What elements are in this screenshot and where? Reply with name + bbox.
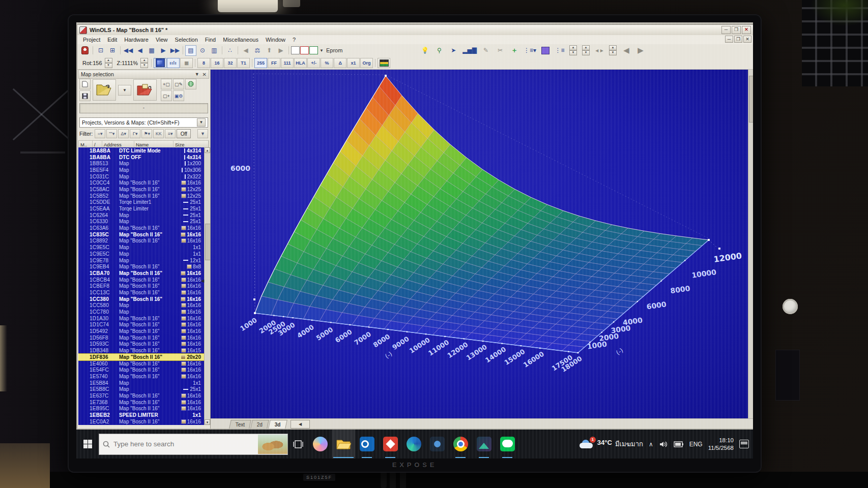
map-row-1BA8BA[interactable]: 1BA8BADTC OFF4x314	[78, 154, 209, 161]
value-button-1[interactable]: FF	[268, 58, 280, 68]
filter-kk-icon[interactable]: KK	[153, 129, 164, 138]
map-row-1EBEB2[interactable]: 1EBEB2SPEED LIMITER1x1	[78, 412, 209, 418]
split-window-icon[interactable]: ⊞	[107, 45, 118, 56]
map-row-1E7368[interactable]: 1E7368Map "Bosch II 16"16x16	[78, 399, 209, 406]
taskbar-app-chrome[interactable]	[449, 430, 472, 459]
rotation-spinner[interactable]: ▲▼	[105, 58, 112, 68]
menu-item[interactable]: Selection	[171, 36, 201, 43]
language-indicator[interactable]: ENG	[689, 441, 703, 448]
open-dropdown-icon[interactable]: ▼	[118, 85, 131, 96]
nav-first-icon[interactable]: ◀◀	[123, 45, 134, 56]
map-row-1C9E5C[interactable]: 1C9E5CMap1x1	[78, 251, 209, 257]
map-row-1C835C[interactable]: 1C835CMap "Bosch II 16"16x16	[78, 231, 209, 238]
map-row-1D56F8[interactable]: 1D56F8Map "Bosch II 16"16x16	[78, 334, 209, 341]
spinner-a[interactable]: ▲▼	[569, 45, 577, 55]
map-row-1C6264[interactable]: 1C6264Map25x1	[78, 212, 209, 219]
map-row-1C031C[interactable]: 1C031CMap2x322	[78, 173, 209, 180]
import-file-icon[interactable]	[133, 79, 157, 101]
taskbar-app-explorer[interactable]	[332, 430, 355, 459]
map-row-1CC580[interactable]: 1CC580Map16x16	[78, 302, 209, 309]
map-row-1CC380[interactable]: 1CC380Map "Bosch II 16"16x16	[78, 296, 209, 302]
menu-item[interactable]: Miscellaneous	[219, 36, 262, 43]
column-header[interactable]: Size	[173, 141, 209, 148]
weather-widget[interactable]: 1 34°C มีเมฆมาก	[578, 439, 643, 449]
map-row-1CBEF8[interactable]: 1CBEF8Map "Bosch II 16"16x16	[78, 283, 209, 289]
mdi-close-button[interactable]: ✕	[743, 36, 751, 43]
map-row-1E5740[interactable]: 1E5740Map "Bosch II 16"16x16	[78, 373, 209, 380]
panel-header[interactable]: Map selection ▼ ✕	[78, 70, 209, 79]
title-bar[interactable]: WinOLS - Map "Bosch II 16" * ─ ❐ ✕	[77, 25, 753, 36]
format-dropdown-icon[interactable]: ▼	[319, 45, 325, 56]
map-row-1CC13C[interactable]: 1CC13CMap "Bosch II 16"16x16	[78, 289, 209, 296]
online-search-icon[interactable]	[185, 79, 196, 89]
redo-icon[interactable]: ▶	[275, 45, 286, 56]
map-row-1EC0A2[interactable]: 1EC0A2Map "Bosch II 16"16x16	[78, 418, 209, 425]
open-project-icon[interactable]	[93, 79, 116, 101]
upload-icon[interactable]: ⬆	[264, 45, 275, 56]
map-row-1C6330[interactable]: 1C6330Map25x1	[78, 219, 209, 225]
map-row-1BE5F4[interactable]: 1BE5F4Map10x306	[78, 167, 209, 173]
chart-scrollbar[interactable]	[748, 70, 753, 418]
chart-icon[interactable]: ▂▅▇	[462, 45, 477, 56]
edit-map-icon[interactable]: ▢✎	[173, 79, 184, 89]
depth-button-T1[interactable]: T1	[237, 58, 250, 68]
view-table-icon[interactable]: ▦	[180, 58, 193, 68]
maximize-button[interactable]: ❐	[732, 26, 741, 34]
taskbar-app-winols[interactable]	[379, 430, 402, 459]
view-tab-2d[interactable]: 2d	[251, 420, 270, 429]
map-row-1CBA70[interactable]: 1CBA70Map "Bosch II 16"16x16	[78, 270, 209, 277]
spinner-b[interactable]: ▲▼	[582, 45, 590, 55]
tree-view-icon[interactable]: ▤	[185, 45, 196, 56]
nav-prev-icon[interactable]: ◀	[134, 45, 146, 56]
map-list[interactable]: 1BA8BADTC Limite Mode4x3141BA8BADTC OFF4…	[78, 147, 209, 425]
map-row-1E4060[interactable]: 1E4060Map "Bosch II 16"16x16	[78, 360, 209, 367]
column-header[interactable]: M..	[79, 141, 93, 148]
map-row-1BB513[interactable]: 1BB513Map1x200	[78, 160, 209, 167]
map-row-1D593C[interactable]: 1D593CMap "Bosch II 16"16x16	[78, 341, 209, 348]
filter-list-icon[interactable]: ≡▾	[165, 129, 176, 138]
depth-button-32[interactable]: 32	[224, 58, 237, 68]
cursor-icon[interactable]: ➤	[448, 45, 459, 56]
list-scrollbar[interactable]: ▲ ▼ ◀	[204, 147, 210, 425]
value-button-8[interactable]: Org	[360, 58, 373, 68]
map-row-1C63A6[interactable]: 1C63A6Map "Bosch II 16"16x16	[78, 225, 209, 231]
view-tab-Text[interactable]: Text	[229, 420, 251, 429]
taskbar-app-outlook[interactable]	[355, 430, 379, 459]
list-scroll-thumb[interactable]	[205, 224, 211, 260]
filter-axis-icon[interactable]: Γ▾	[130, 129, 140, 138]
menu-item[interactable]: View	[152, 36, 171, 43]
add-map-icon[interactable]: ＋	[509, 45, 520, 56]
taskbar-app-copilot[interactable]	[308, 430, 332, 459]
pin-icon[interactable]: ⚲	[433, 45, 445, 56]
clock[interactable]: 18:10 11/5/2568	[708, 437, 734, 451]
value-button-7[interactable]: x1	[347, 58, 360, 68]
tab-scroll-left-icon[interactable]: ◀	[291, 420, 310, 429]
preview-icon[interactable]: ⊙	[197, 45, 208, 56]
search-highlight-image[interactable]	[258, 435, 287, 454]
column-header[interactable]: Address	[102, 141, 134, 148]
volume-icon[interactable]	[659, 441, 668, 448]
map-row-1C8892[interactable]: 1C8892Map "Bosch II 16"16x16	[78, 238, 209, 245]
undo-icon[interactable]: ◀	[240, 45, 251, 56]
depth-button-16[interactable]: 16	[211, 58, 223, 68]
map-row-1D1C74[interactable]: 1D1C74Map "Bosch II 16"16x16	[78, 322, 209, 328]
map-row-1E5B8C[interactable]: 1E5B8CMap25x1	[78, 386, 209, 392]
map-row-1C5DDE[interactable]: 1C5DDETorqe Limiter125x1	[78, 199, 209, 206]
mdi-minimize-button[interactable]: ─	[725, 36, 733, 43]
battery-icon[interactable]	[674, 441, 684, 447]
map-row-1EB95C[interactable]: 1EB95CMap "Bosch II 16"16x16	[78, 406, 209, 412]
panel-close-icon[interactable]: ✕	[202, 72, 207, 77]
page-next-icon[interactable]: ▶	[635, 45, 646, 56]
panel-pin-icon[interactable]: ▼	[195, 72, 199, 77]
h-scroll-icons[interactable]: ◂ ▸	[594, 45, 605, 56]
map-row-1E54FC[interactable]: 1E54FCMap "Bosch II 16"16x16	[78, 367, 209, 373]
chart-scroll-thumb[interactable]	[749, 76, 753, 123]
map-row-1C0CC4[interactable]: 1C0CC4Map "Bosch II 16"16x16	[78, 179, 209, 186]
map-row-1D1A30[interactable]: 1D1A30Map "Bosch II 16"16x16	[78, 315, 209, 322]
scroll-down-icon[interactable]: ▼	[205, 419, 210, 425]
task-view-button[interactable]	[288, 430, 308, 459]
map-row-1DF836[interactable]: 1DF836Map "Bosch II 16"20x20	[78, 354, 209, 360]
map-3d-view[interactable]: 1000200025003000400050006000700080009000…	[211, 70, 748, 418]
eprom-mode-label[interactable]: Eprom	[326, 47, 342, 53]
new-project-icon[interactable]	[79, 79, 91, 89]
